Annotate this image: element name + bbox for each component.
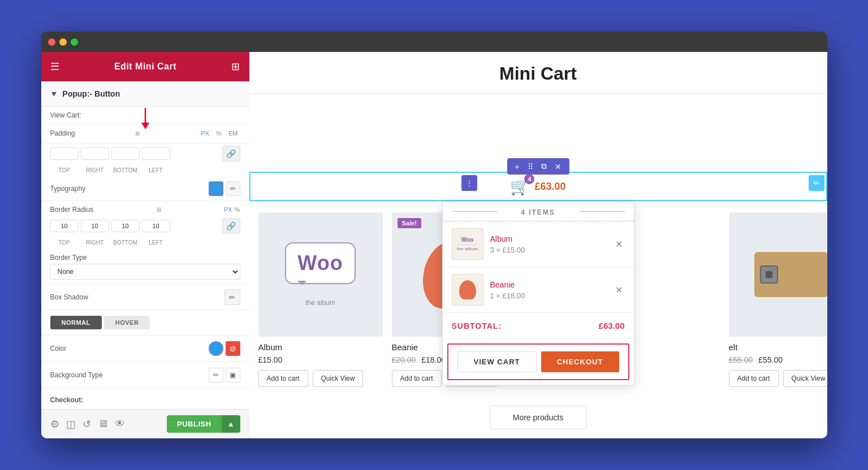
beanie-sale-badge: Sale! (398, 218, 421, 228)
subtotal-label: SUBTOTAL: (452, 321, 502, 330)
padding-bottom[interactable] (111, 147, 140, 160)
album-image: Woo the album (258, 212, 383, 337)
hamburger-icon[interactable]: ☰ (50, 60, 59, 73)
window-body: ☰ Edit Mini Cart ⊞ ▼ Popup:- Button View… (41, 52, 827, 438)
view-cart-btn[interactable]: VIEW CART (457, 351, 537, 372)
padding-left[interactable] (142, 147, 170, 160)
album-add-to-cart-btn[interactable]: Add to cart (258, 370, 308, 387)
border-radius-left[interactable] (142, 220, 170, 232)
color-slash-icon[interactable]: ⊘ (226, 341, 240, 356)
belt-product-price: £55.00 £55.00 (729, 355, 827, 364)
eye-icon[interactable]: 👁 (115, 418, 125, 430)
beanie-item-name[interactable]: Beanie (490, 280, 606, 289)
move-element-btn[interactable]: ⠿ (524, 161, 537, 172)
border-radius-bottom[interactable] (111, 220, 140, 232)
minimize-button[interactable] (59, 38, 67, 46)
close-button[interactable] (48, 38, 55, 46)
border-percent-unit[interactable]: % (235, 206, 240, 213)
panel-footer: ⚙ ◫ ↺ 🖥 👁 PUBLISH ▲ (41, 409, 249, 438)
border-type-row: Border Type None Solid Dashed Dotted (41, 249, 249, 285)
typography-edit-icon[interactable]: ✏ (226, 181, 240, 196)
padding-inputs: 🔗 (41, 143, 249, 167)
widget-edit-btn[interactable]: ✏ (809, 175, 824, 191)
border-radius-inputs: 🔗 (41, 216, 249, 240)
album-remove-btn[interactable]: ✕ (613, 237, 625, 252)
maximize-button[interactable] (71, 38, 78, 46)
border-radius-right[interactable] (81, 220, 109, 232)
border-radius-top[interactable] (50, 220, 79, 232)
section-label: Popup:- Button (62, 89, 120, 98)
album-item-name[interactable]: Album (490, 234, 606, 243)
color-row: Color 🌐 ⊘ (41, 336, 249, 362)
woo-logo: Woo the album (457, 237, 478, 252)
color-globe-icon[interactable]: 🌐 (209, 341, 223, 356)
more-products-wrap: More products (249, 399, 827, 438)
album-quick-view-btn[interactable]: Quick View (313, 370, 364, 387)
view-cart-label: View Cart: (50, 111, 81, 119)
beanie-add-to-cart-btn[interactable]: Add to cart (392, 370, 442, 387)
album-product-btns: Add to cart Quick View (258, 370, 383, 387)
main-window: ☰ Edit Mini Cart ⊞ ▼ Popup:- Button View… (41, 32, 827, 438)
padding-link-btn[interactable]: 🔗 (222, 146, 240, 162)
padding-label: Padding (50, 129, 75, 137)
bg-type-paint-icon[interactable]: ✏ (209, 368, 223, 382)
svg-marker-1 (141, 123, 149, 129)
border-radius-label: Border Radius (50, 206, 94, 214)
more-products-btn[interactable]: More products (490, 406, 586, 429)
percent-unit[interactable]: % (214, 129, 224, 137)
cart-icon-wrap: 🛒 4 (510, 177, 530, 196)
em-unit[interactable]: EM (226, 129, 240, 137)
panel-header: ☰ Edit Mini Cart ⊞ (41, 52, 249, 81)
desktop-icon[interactable]: 🖥 (98, 418, 108, 430)
publish-button[interactable]: PUBLISH (167, 415, 222, 433)
box-shadow-edit-icon[interactable]: ✏ (224, 289, 240, 305)
typography-row: Typography 🌐 ✏ (41, 177, 249, 201)
popup-items-count: 4 ITEMS (443, 202, 634, 221)
album-product-image: Woo the album (452, 228, 483, 260)
add-element-btn[interactable]: + (511, 161, 522, 172)
belt-quick-view-btn[interactable]: Quick View (783, 370, 827, 387)
cart-price: £63.00 (534, 181, 565, 193)
border-type-label: Border Type (50, 254, 240, 262)
background-type-row: Background Type ✏ ▣ (41, 362, 249, 389)
typography-icons: 🌐 ✏ (209, 181, 240, 196)
checkout-label: Checkout: (50, 396, 84, 404)
cart-badge: 4 (524, 174, 534, 184)
beanie-product-image (452, 274, 483, 306)
beanie-remove-btn[interactable]: ✕ (613, 282, 625, 298)
product-card-album: Woo the album Album £15.00 Add to cart Q… (258, 212, 383, 399)
delete-element-btn[interactable]: ✕ (551, 161, 565, 172)
panel-title: Edit Mini Cart (114, 62, 176, 72)
belt-buckle (760, 266, 778, 284)
settings-icon[interactable]: ⚙ (50, 418, 59, 430)
history-icon[interactable]: ↺ (83, 418, 91, 430)
widget-handle[interactable]: ⋮ (461, 175, 477, 191)
grid-icon[interactable]: ⊞ (231, 60, 240, 73)
padding-right[interactable] (81, 147, 109, 160)
album-item-info: Album 3 × £15.00 (483, 234, 613, 254)
border-px-unit[interactable]: PX (224, 206, 232, 213)
collapse-arrow[interactable]: ▼ (50, 89, 58, 98)
belt-add-to-cart-btn[interactable]: Add to cart (729, 370, 779, 387)
duplicate-element-btn[interactable]: ⧉ (538, 160, 550, 172)
cart-button[interactable]: 🛒 4 £63.00 (510, 177, 565, 196)
belt-original-price: £55.00 (729, 355, 753, 364)
padding-top[interactable] (50, 147, 79, 160)
titlebar (41, 32, 827, 52)
layers-icon[interactable]: ◫ (66, 418, 76, 430)
checkout-btn[interactable]: CHECKOUT (541, 351, 619, 372)
woo-art-subtitle: the album (305, 299, 335, 307)
belt-sale-price: £55.00 (758, 355, 783, 364)
publish-dropdown-button[interactable]: ▲ (222, 415, 240, 433)
border-type-select[interactable]: None Solid Dashed Dotted (50, 264, 240, 280)
px-unit[interactable]: PX (199, 129, 212, 137)
bg-type-gradient-icon[interactable]: ▣ (226, 368, 240, 382)
padding-labels: TOP RIGHT BOTTOM LEFT (41, 167, 249, 177)
typography-globe-icon[interactable]: 🌐 (209, 181, 223, 196)
mini-cart-popup: 4 ITEMS Woo the album Album 3 × £15.00 ✕ (442, 201, 634, 385)
normal-tab[interactable]: NORMAL (50, 316, 102, 329)
unit-buttons: PX % EM (199, 129, 240, 137)
hover-tab[interactable]: HOVER (104, 316, 150, 329)
border-radius-link-btn[interactable]: 🔗 (222, 218, 240, 234)
color-icons: 🌐 ⊘ (209, 341, 240, 356)
